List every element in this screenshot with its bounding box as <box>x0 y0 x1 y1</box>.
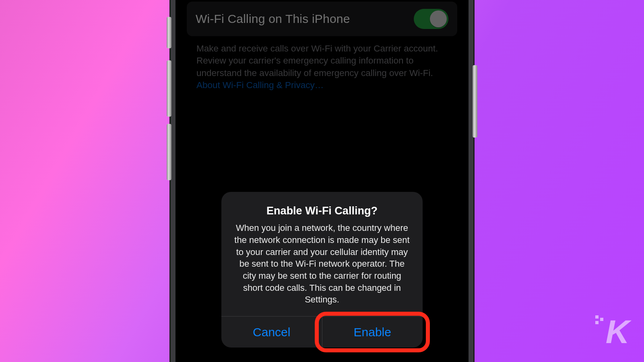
alert-body: Enable Wi-Fi Calling? When you join a ne… <box>221 192 423 316</box>
volume-up-button <box>167 60 171 117</box>
enable-button[interactable]: Enable <box>322 317 423 348</box>
alert-title: Enable Wi-Fi Calling? <box>233 205 411 217</box>
mute-switch <box>167 17 171 48</box>
watermark-logo: K <box>606 313 628 351</box>
alert-message: When you join a network, the country whe… <box>233 222 411 306</box>
volume-down-button <box>167 124 171 180</box>
alert-backdrop: Enable Wi-Fi Calling? When you join a ne… <box>175 0 469 362</box>
phone-screen: Wi-Fi Calling on This iPhone Make and re… <box>175 0 469 362</box>
phone-frame: Wi-Fi Calling on This iPhone Make and re… <box>171 0 473 362</box>
alert-button-row: Cancel Enable <box>221 316 423 348</box>
power-button <box>473 65 477 138</box>
cancel-button[interactable]: Cancel <box>221 317 322 348</box>
enable-wifi-calling-alert: Enable Wi-Fi Calling? When you join a ne… <box>221 192 423 348</box>
watermark-dots-icon <box>595 315 605 325</box>
watermark-letter: K <box>606 313 628 350</box>
